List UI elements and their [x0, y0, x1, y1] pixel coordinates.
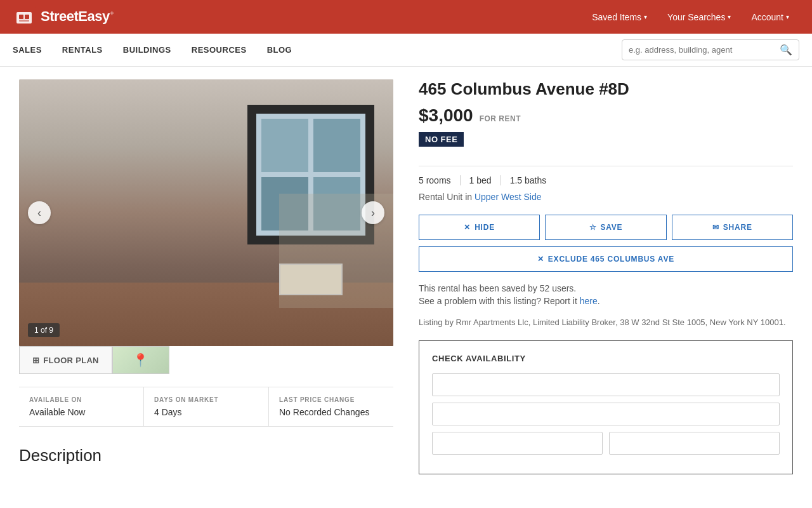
email-input[interactable] — [432, 403, 780, 425]
beds-count: 1 bed — [469, 175, 501, 185]
gallery-counter: 1 of 9 — [28, 323, 60, 337]
floor-plan-button[interactable]: ⊞ FLOOR PLAN — [19, 346, 112, 374]
phone-input[interactable] — [432, 432, 603, 455]
days-on-market-label: DAYS ON MARKET — [154, 396, 258, 403]
search-button[interactable]: 🔍 — [780, 44, 792, 56]
svg-rect-2 — [19, 15, 23, 19]
no-fee-badge: NO FEE — [419, 132, 464, 147]
listing-divider — [419, 166, 793, 166]
main-content: ‹ › 1 of 9 ⊞ FLOOR PLAN 📍 AVAILABLE ON A… — [6, 67, 806, 474]
rooms-count: 5 rooms — [419, 175, 461, 185]
hide-icon: ✕ — [464, 223, 471, 232]
logo[interactable]: StreetEasy+ — [13, 6, 114, 29]
exclude-button[interactable]: ✕ EXCLUDE 465 COLUMBUS AVE — [419, 246, 793, 272]
phone-move-in-row — [432, 432, 780, 455]
search-bar: 🔍 — [622, 39, 799, 60]
nav-blog[interactable]: BLOG — [267, 45, 292, 55]
days-on-market-cell: DAYS ON MARKET 4 Days — [144, 387, 269, 426]
listing-broker-info: Listing by Rmr Apartments Llc, Limited L… — [419, 316, 793, 329]
account-chevron-icon: ▾ — [786, 13, 789, 20]
gallery-action-buttons: ⊞ FLOOR PLAN 📍 — [19, 346, 393, 374]
search-input[interactable] — [629, 45, 775, 55]
action-buttons-row: ✕ HIDE ☆ SAVE ✉ SHARE — [419, 215, 793, 240]
check-availability-title: CHECK AVAILABILITY — [432, 354, 780, 363]
share-icon: ✉ — [712, 223, 719, 232]
last-price-change-label: LAST PRICE CHANGE — [279, 396, 383, 403]
nav-resources[interactable]: RESOURCES — [192, 45, 247, 55]
account-link[interactable]: Account ▾ — [741, 0, 799, 34]
available-on-label: AVAILABLE ON — [29, 396, 133, 403]
last-price-change-cell: LAST PRICE CHANGE No Recorded Changes — [269, 387, 393, 426]
right-column: 465 Columbus Avenue #8D $3,000 FOR RENT … — [419, 79, 793, 474]
rooms-row: 5 rooms 1 bed 1.5 baths — [419, 175, 793, 185]
days-on-market-value: 4 Days — [154, 407, 258, 417]
logo-icon — [13, 6, 36, 29]
save-button[interactable]: ☆ SAVE — [545, 215, 666, 240]
listing-address: 465 Columbus Avenue #8D — [419, 79, 793, 99]
saved-items-link[interactable]: Saved Items ▾ — [582, 0, 657, 34]
exclude-icon: ✕ — [537, 255, 544, 264]
description-title: Description — [19, 446, 393, 465]
sec-nav-links: SALES RENTALS BUILDINGS RESOURCES BLOG — [13, 45, 292, 55]
report-text: See a problem with this listing? Report … — [419, 296, 793, 306]
saved-users-count: This rental has been saved by 52 users. — [419, 283, 793, 293]
svg-rect-1 — [16, 12, 32, 23]
save-icon: ☆ — [589, 223, 597, 232]
map-thumbnail[interactable]: 📍 — [112, 346, 169, 374]
available-on-cell: AVAILABLE ON Available Now — [19, 387, 144, 426]
hide-button[interactable]: ✕ HIDE — [419, 215, 540, 240]
last-price-change-value: No Recorded Changes — [279, 407, 383, 417]
floor-plan-icon: ⊞ — [32, 356, 39, 365]
your-searches-link[interactable]: Your Searches ▾ — [657, 0, 741, 34]
baths-count: 1.5 baths — [510, 175, 556, 185]
photo-gallery: ‹ › 1 of 9 — [19, 79, 393, 346]
nav-sales[interactable]: SALES — [13, 45, 42, 55]
report-link[interactable]: here — [580, 296, 598, 306]
your-searches-chevron-icon: ▾ — [728, 13, 731, 20]
move-in-input[interactable] — [609, 432, 780, 455]
check-availability-form: CHECK AVAILABILITY — [419, 340, 793, 474]
nav-buildings[interactable]: BUILDINGS — [123, 45, 171, 55]
name-input[interactable] — [432, 373, 780, 396]
saved-items-chevron-icon: ▾ — [644, 13, 647, 20]
gallery-prev-button[interactable]: ‹ — [28, 201, 51, 224]
description-section: Description — [19, 446, 393, 465]
logo-text: StreetEasy+ — [41, 8, 114, 25]
listing-details-table: AVAILABLE ON Available Now DAYS ON MARKE… — [19, 387, 393, 427]
gallery-image — [19, 79, 393, 346]
price-row: $3,000 FOR RENT — [419, 105, 793, 126]
left-column: ‹ › 1 of 9 ⊞ FLOOR PLAN 📍 AVAILABLE ON A… — [19, 79, 393, 474]
available-on-value: Available Now — [29, 407, 133, 417]
top-navigation: StreetEasy+ Saved Items ▾ Your Searches … — [0, 0, 812, 34]
gallery-next-button[interactable]: › — [362, 201, 384, 224]
secondary-navigation: SALES RENTALS BUILDINGS RESOURCES BLOG 🔍 — [0, 34, 812, 67]
svg-rect-4 — [19, 20, 29, 22]
top-nav-links: Saved Items ▾ Your Searches ▾ Account ▾ — [582, 0, 799, 34]
listing-price: $3,000 — [419, 105, 473, 126]
for-rent-label: FOR RENT — [480, 114, 521, 123]
nav-rentals[interactable]: RENTALS — [62, 45, 103, 55]
rental-unit-info: Rental Unit in Upper West Side — [419, 192, 793, 202]
map-pin-icon: 📍 — [133, 352, 148, 368]
neighborhood-link[interactable]: Upper West Side — [475, 192, 542, 202]
share-button[interactable]: ✉ SHARE — [672, 215, 793, 240]
svg-rect-3 — [25, 15, 29, 19]
